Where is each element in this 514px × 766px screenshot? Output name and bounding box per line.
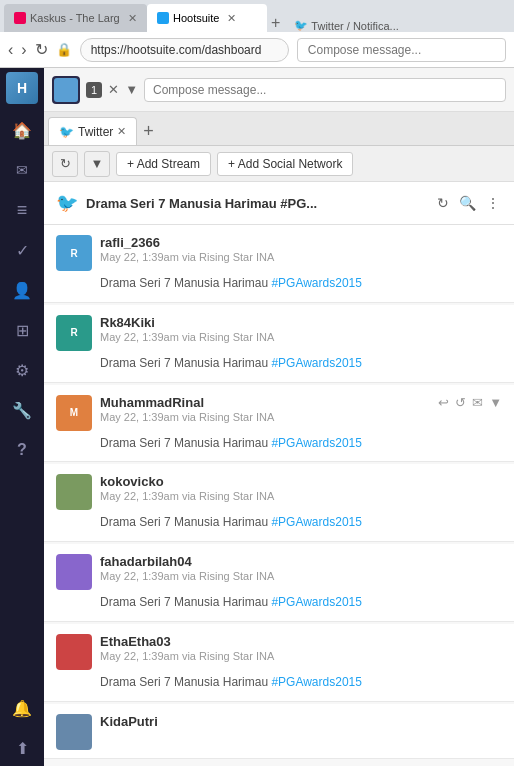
- tab-hootsuite-label: Hootsuite: [173, 12, 219, 24]
- lock-icon: 🔒: [56, 42, 72, 57]
- hashtag[interactable]: #PGAwards2015: [271, 675, 362, 689]
- refresh-button[interactable]: ↻: [35, 40, 48, 59]
- tweet-body: Drama Seri 7 Manusia Harimau #PGAwards20…: [100, 275, 502, 292]
- forward-button[interactable]: ›: [21, 41, 26, 59]
- avatar: R: [56, 235, 92, 271]
- stream-badge: [52, 76, 80, 104]
- tweet-item: fahadarbilah04 May 22, 1:39am via Rising…: [44, 544, 514, 622]
- home-icon: 🏠: [12, 121, 32, 140]
- sidebar-item-tools[interactable]: 🔧: [4, 392, 40, 428]
- tab-hootsuite[interactable]: Hootsuite ✕: [147, 4, 267, 32]
- avatar[interactable]: H: [6, 72, 38, 104]
- hashtag[interactable]: #PGAwards2015: [271, 595, 362, 609]
- avatar: [56, 634, 92, 670]
- back-button[interactable]: ‹: [8, 41, 13, 59]
- sidebar-item-streams[interactable]: ≡: [4, 192, 40, 228]
- address-bar: ‹ › ↻ 🔒: [0, 32, 514, 68]
- refresh-icon: ↻: [60, 156, 71, 171]
- new-tab-button[interactable]: +: [271, 14, 280, 32]
- twitter-tab[interactable]: 🐦 Twitter ✕: [48, 117, 137, 145]
- username[interactable]: fahadarbilah04: [100, 554, 502, 569]
- sidebar-item-help[interactable]: ?: [4, 432, 40, 468]
- username[interactable]: EthaEtha03: [100, 634, 502, 649]
- sidebar-item-account[interactable]: ⬆: [4, 730, 40, 766]
- tweet-body: Drama Seri 7 Manusia Harimau #PGAwards20…: [100, 435, 502, 452]
- username[interactable]: Rk84Kiki: [100, 315, 502, 330]
- sidebar-item-notifications[interactable]: 🔔: [4, 690, 40, 726]
- browser-tabs-row: Kaskus - The Largest Indo... ✕ Hootsuite…: [0, 0, 514, 32]
- tweet-item: kokovicko May 22, 1:39am via Rising Star…: [44, 464, 514, 542]
- reply-icon[interactable]: ↩: [438, 395, 449, 410]
- stream-more-button[interactable]: ⋮: [484, 193, 502, 213]
- dropdown-icon: ▼: [91, 156, 104, 171]
- hashtag[interactable]: #PGAwards2015: [271, 276, 362, 290]
- more-icon[interactable]: ▼: [489, 395, 502, 410]
- stream-refresh-button[interactable]: ↻: [435, 193, 451, 213]
- address-input[interactable]: [80, 38, 289, 62]
- add-stream-label: + Add Stream: [127, 157, 200, 171]
- contacts-icon: 👤: [12, 281, 32, 300]
- app-container: H 🏠 ✉ ≡ ✓ 👤 ⊞ ⚙ 🔧 ? 🔔: [0, 68, 514, 766]
- compose-message-input[interactable]: [144, 78, 506, 102]
- stream-header: 🐦 Drama Seri 7 Manusia Harimau #PG... ↻ …: [44, 182, 514, 225]
- top-bar: 1 ✕ ▼: [44, 68, 514, 112]
- tweet-time: May 22, 1:39am via Rising Star INA: [100, 570, 502, 582]
- stream-count: 1: [86, 82, 102, 98]
- compose-input[interactable]: [297, 38, 506, 62]
- avatar: R: [56, 315, 92, 351]
- tab-kaskus-close[interactable]: ✕: [128, 12, 137, 25]
- help-icon: ?: [17, 441, 27, 459]
- twitter-tab-icon: 🐦: [59, 125, 74, 139]
- hashtag[interactable]: #PGAwards2015: [271, 515, 362, 529]
- tweet-time: May 22, 1:39am via Rising Star INA: [100, 331, 502, 343]
- hashtag[interactable]: #PGAwards2015: [271, 436, 362, 450]
- refresh-streams-button[interactable]: ↻: [52, 151, 78, 177]
- retweet-icon[interactable]: ↺: [455, 395, 466, 410]
- tweet-body: Drama Seri 7 Manusia Harimau #PGAwards20…: [100, 594, 502, 611]
- compose-icon: ✉: [16, 162, 28, 178]
- tweet-header: KidaPutri: [56, 714, 502, 750]
- tweet-meta: rafli_2366 May 22, 1:39am via Rising Sta…: [100, 235, 502, 263]
- avatar: M: [56, 395, 92, 431]
- add-stream-button[interactable]: + Add Stream: [116, 152, 211, 176]
- stream-search-button[interactable]: 🔍: [457, 193, 478, 213]
- add-social-network-label: + Add Social Network: [228, 157, 342, 171]
- tasks-icon: ✓: [16, 241, 29, 260]
- tweet-header: fahadarbilah04 May 22, 1:39am via Rising…: [56, 554, 502, 590]
- dropdown-button[interactable]: ▼: [84, 151, 110, 177]
- tweet-time: May 22, 1:39am via Rising Star INA: [100, 411, 430, 423]
- sidebar-item-contacts[interactable]: 👤: [4, 272, 40, 308]
- add-social-network-button[interactable]: + Add Social Network: [217, 152, 353, 176]
- tweet-meta: EthaEtha03 May 22, 1:39am via Rising Sta…: [100, 634, 502, 662]
- notifications-icon: 🔔: [12, 699, 32, 718]
- stream-content[interactable]: 🐦 Drama Seri 7 Manusia Harimau #PG... ↻ …: [44, 182, 514, 766]
- sidebar-item-settings[interactable]: ⚙: [4, 352, 40, 388]
- twitter-tab-close[interactable]: ✕: [117, 125, 126, 138]
- tweet-meta: Rk84Kiki May 22, 1:39am via Rising Star …: [100, 315, 502, 343]
- sidebar-item-home[interactable]: 🏠: [4, 112, 40, 148]
- sidebar-item-tasks[interactable]: ✓: [4, 232, 40, 268]
- action-bar: ↻ ▼ + Add Stream + Add Social Network: [44, 146, 514, 182]
- add-tab-button[interactable]: +: [137, 117, 160, 145]
- mail-icon[interactable]: ✉: [472, 395, 483, 410]
- username[interactable]: KidaPutri: [100, 714, 502, 729]
- tweet-item: R Rk84Kiki May 22, 1:39am via Rising Sta…: [44, 305, 514, 383]
- username[interactable]: MuhammadRinal: [100, 395, 430, 410]
- stream-close-button[interactable]: ✕: [108, 82, 119, 97]
- sidebar-item-compose[interactable]: ✉: [4, 152, 40, 188]
- hashtag[interactable]: #PGAwards2015: [271, 356, 362, 370]
- stream-dropdown-button[interactable]: ▼: [125, 82, 138, 97]
- tweet-body: Drama Seri 7 Manusia Harimau #PGAwards20…: [100, 514, 502, 531]
- account-icon: ⬆: [16, 739, 29, 758]
- stream-title: Drama Seri 7 Manusia Harimau #PG...: [86, 196, 427, 211]
- avatar: [56, 714, 92, 750]
- tab-kaskus[interactable]: Kaskus - The Largest Indo... ✕: [4, 4, 147, 32]
- sidebar-item-apps[interactable]: ⊞: [4, 312, 40, 348]
- stream-twitter-icon: 🐦: [56, 192, 78, 214]
- tools-icon: 🔧: [12, 401, 32, 420]
- username[interactable]: kokovicko: [100, 474, 502, 489]
- apps-icon: ⊞: [16, 321, 29, 340]
- twitter-tab-hint: 🐦 Twitter / Notifica...: [288, 19, 404, 32]
- tab-hootsuite-close[interactable]: ✕: [227, 12, 236, 25]
- username[interactable]: rafli_2366: [100, 235, 502, 250]
